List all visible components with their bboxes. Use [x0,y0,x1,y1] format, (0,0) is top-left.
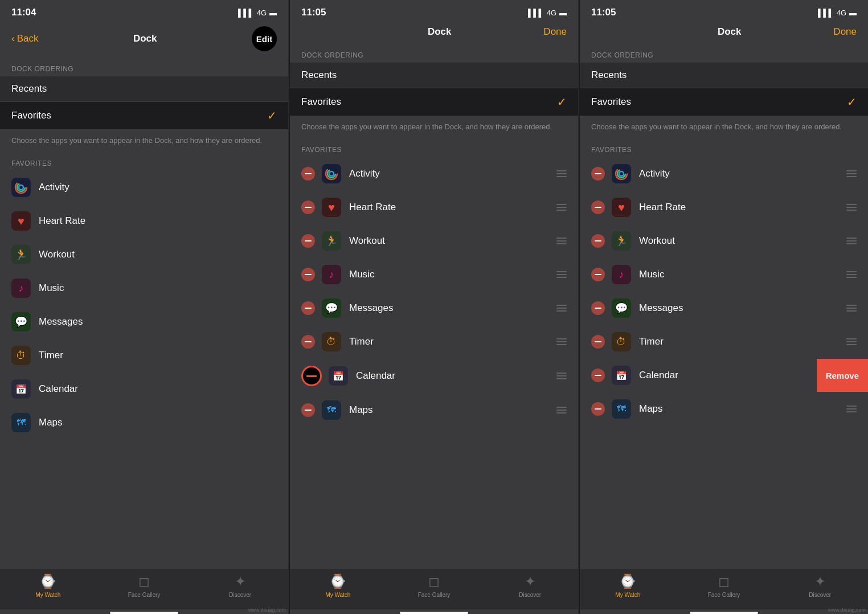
tab-discover-label-1: Discover [229,592,251,598]
maps-label-1: Maps [39,417,277,428]
list-item-calendar-2[interactable]: 📅 Calendar [290,359,578,394]
minus-activity-2[interactable] [301,167,315,181]
tab-mywatch-1[interactable]: ⌚ My Watch [0,574,96,598]
recents-item-2[interactable]: Recents [290,63,578,88]
list-item-timer-2[interactable]: ⏱ Timer [290,325,578,359]
list-item-workout-2[interactable]: 🏃 Workout [290,224,578,258]
list-item-calendar-3[interactable]: 📅 Calendar Remove [580,359,868,392]
messages-label-3: Messages [639,302,846,314]
app-list-1: Activity ♥ Heart Rate 🏃 Workout ♪ Music [0,171,288,440]
status-bar-3: 11:05 ▌▌▌ 4G ▬ [580,0,868,22]
favorites-item-1[interactable]: Favorites ✓ [0,102,288,130]
list-item-music-1[interactable]: ♪ Music [0,272,288,305]
music-icon-2: ♪ [322,265,341,284]
list-item-workout-3[interactable]: 🏃 Workout [580,224,868,258]
calendar-icon-3: 📅 [612,366,631,385]
minus-timer-2[interactable] [301,335,315,349]
minus-workout-3[interactable] [591,234,605,248]
list-item-activity-3[interactable]: Activity [580,157,868,191]
tab-facegallery-3[interactable]: ◻ Face Gallery [676,574,772,598]
activity-label-2: Activity [349,168,556,179]
tab-facegallery-1[interactable]: ◻ Face Gallery [96,574,193,598]
remove-button-3[interactable]: Remove [817,359,868,392]
checkmark-icon-2: ✓ [557,95,567,109]
minus-workout-2[interactable] [301,234,315,248]
drag-handle-maps-3 [846,406,857,412]
list-item-messages-2[interactable]: 💬 Messages [290,292,578,325]
minus-music-2[interactable] [301,268,315,281]
svg-point-5 [329,171,334,176]
nav-title-1: Dock [133,33,157,44]
discover-icon-1: ✦ [235,574,246,590]
tab-discover-1[interactable]: ✦ Discover [192,574,288,598]
minus-timer-3[interactable] [591,335,605,349]
tab-facegallery-2[interactable]: ◻ Face Gallery [386,574,482,598]
minus-maps-3[interactable] [591,402,605,416]
status-time-2: 11:05 [301,7,326,18]
drag-handle-activity-2 [556,170,567,177]
done-button-3[interactable]: Done [833,26,857,38]
status-icons-2: ▌▌▌ 4G ▬ [528,9,567,17]
minus-activity-3[interactable] [591,167,605,181]
list-item-activity-2[interactable]: Activity [290,157,578,191]
description-3: Choose the apps you want to appear in th… [580,116,868,138]
list-item-timer-1[interactable]: ⏱ Timer [0,339,288,373]
list-item-music-2[interactable]: ♪ Music [290,258,578,292]
recents-item-1[interactable]: Recents [0,76,288,102]
minus-messages-3[interactable] [591,301,605,315]
heartrate-label-2: Heart Rate [349,202,556,213]
tab-discover-3[interactable]: ✦ Discover [772,574,868,598]
status-icons-1: ▌▌▌ 4G ▬ [238,9,277,17]
favorites-section-label-2: FAVORITES [290,138,578,157]
list-item-music-3[interactable]: ♪ Music [580,258,868,292]
list-item-maps-2[interactable]: 🗺 Maps [290,394,578,427]
list-item-maps-3[interactable]: 🗺 Maps [580,392,868,426]
minus-heartrate-3[interactable] [591,200,605,214]
workout-label-2: Workout [349,235,556,247]
list-item-maps-1[interactable]: 🗺 Maps [0,406,288,440]
music-label-2: Music [349,269,556,280]
list-item-messages-3[interactable]: 💬 Messages [580,292,868,325]
calendar-icon-2: 📅 [329,366,348,386]
list-item-workout-1[interactable]: 🏃 Workout [0,238,288,272]
minus-inner-hr-2 [305,207,312,208]
minus-inner-hr-3 [595,207,601,208]
minus-calendar-3[interactable] [591,369,605,382]
minus-inner-workout-3 [595,240,601,241]
favorites-item-3[interactable]: Favorites ✓ [580,88,868,116]
list-item-messages-1[interactable]: 💬 Messages [0,305,288,339]
minus-inner-activity-2 [305,173,312,174]
status-time-1: 11:04 [11,7,36,18]
list-item-heartrate-2[interactable]: ♥ Heart Rate [290,191,578,224]
minus-calendar-2-large[interactable] [301,366,322,386]
tab-mywatch-2[interactable]: ⌚ My Watch [290,574,386,598]
recents-item-3[interactable]: Recents [580,63,868,88]
tab-bar-3: ⌚ My Watch ◻ Face Gallery ✦ Discover [580,568,868,609]
tab-mywatch-label-2: My Watch [325,592,350,598]
list-item-activity-1[interactable]: Activity [0,171,288,204]
list-item-calendar-1[interactable]: 📅 Calendar [0,373,288,406]
nav-bar-2: Dock Done [290,22,578,43]
edit-button-1[interactable]: Edit [252,26,277,51]
tab-discover-2[interactable]: ✦ Discover [482,574,578,598]
dock-ordering-label-1: DOCK ORDERING [0,57,288,76]
heartrate-icon-2: ♥ [322,198,341,217]
tab-mywatch-3[interactable]: ⌚ My Watch [580,574,676,598]
app-list-3: Activity ♥ Heart Rate 🏃 Workout [580,157,868,426]
minus-music-3[interactable] [591,268,605,281]
calendar-label-1: Calendar [39,383,277,395]
favorites-item-2[interactable]: Favorites ✓ [290,88,578,116]
list-item-timer-3[interactable]: ⏱ Timer [580,325,868,359]
svg-point-8 [619,171,624,176]
favorites-section-label-1: FAVORITES [0,152,288,171]
dock-ordering-label-3: DOCK ORDERING [580,43,868,63]
back-button-1[interactable]: ‹ Back [11,33,38,44]
done-button-2[interactable]: Done [543,26,567,38]
minus-messages-2[interactable] [301,301,315,315]
minus-inner-calendar-3 [595,375,601,376]
list-item-heartrate-1[interactable]: ♥ Heart Rate [0,204,288,238]
minus-maps-2[interactable] [301,403,315,417]
minus-heartrate-2[interactable] [301,200,315,214]
list-item-heartrate-3[interactable]: ♥ Heart Rate [580,191,868,224]
timer-label-1: Timer [39,350,277,361]
